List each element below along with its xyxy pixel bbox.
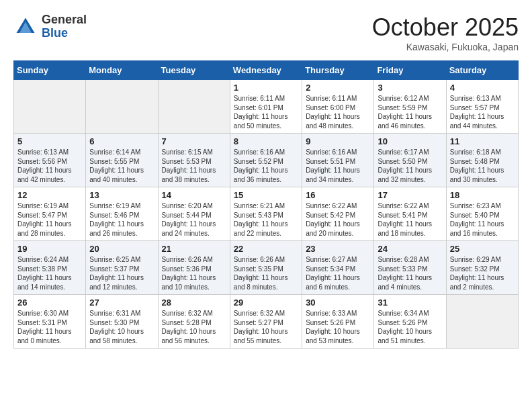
calendar-week-row: 19Sunrise: 6:24 AM Sunset: 5:38 PM Dayli… — [14, 241, 519, 295]
day-number: 14 — [162, 190, 226, 200]
calendar-cell: 18Sunrise: 6:23 AM Sunset: 5:40 PM Dayli… — [446, 187, 518, 241]
calendar-cell: 3Sunrise: 6:12 AM Sunset: 5:59 PM Daylig… — [374, 80, 446, 134]
day-info: Sunrise: 6:25 AM Sunset: 5:37 PM Dayligh… — [89, 255, 154, 291]
calendar-cell: 23Sunrise: 6:27 AM Sunset: 5:34 PM Dayli… — [302, 241, 374, 295]
day-number: 12 — [17, 190, 82, 200]
calendar-cell: 4Sunrise: 6:13 AM Sunset: 5:57 PM Daylig… — [446, 80, 518, 134]
calendar-week-row: 5Sunrise: 6:13 AM Sunset: 5:56 PM Daylig… — [14, 134, 519, 187]
day-info: Sunrise: 6:26 AM Sunset: 5:35 PM Dayligh… — [234, 255, 298, 291]
day-number: 23 — [306, 244, 370, 254]
day-number: 28 — [162, 298, 226, 308]
logo-general: General — [42, 13, 87, 27]
day-number: 27 — [89, 298, 154, 308]
calendar-week-row: 1Sunrise: 6:11 AM Sunset: 6:01 PM Daylig… — [14, 80, 519, 134]
day-number: 20 — [89, 244, 154, 254]
day-info: Sunrise: 6:30 AM Sunset: 5:31 PM Dayligh… — [17, 309, 82, 345]
page-header: General Blue October 2025 Kawasaki, Fuku… — [13, 13, 519, 52]
day-number: 26 — [17, 298, 82, 308]
day-info: Sunrise: 6:32 AM Sunset: 5:28 PM Dayligh… — [162, 309, 226, 345]
day-info: Sunrise: 6:34 AM Sunset: 5:26 PM Dayligh… — [378, 309, 442, 345]
day-info: Sunrise: 6:20 AM Sunset: 5:44 PM Dayligh… — [162, 201, 226, 238]
day-number: 21 — [162, 244, 226, 254]
weekday-header: Thursday — [302, 61, 374, 80]
day-number: 17 — [378, 190, 442, 200]
day-number: 7 — [162, 136, 226, 146]
calendar-cell: 17Sunrise: 6:22 AM Sunset: 5:41 PM Dayli… — [374, 187, 446, 241]
day-info: Sunrise: 6:17 AM Sunset: 5:50 PM Dayligh… — [378, 148, 442, 184]
calendar-cell: 10Sunrise: 6:17 AM Sunset: 5:50 PM Dayli… — [374, 134, 446, 187]
day-number: 3 — [378, 83, 442, 93]
day-info: Sunrise: 6:26 AM Sunset: 5:36 PM Dayligh… — [162, 255, 226, 291]
calendar-cell: 27Sunrise: 6:31 AM Sunset: 5:30 PM Dayli… — [86, 295, 158, 349]
day-number: 24 — [378, 244, 442, 254]
day-number: 1 — [234, 83, 298, 93]
day-info: Sunrise: 6:22 AM Sunset: 5:42 PM Dayligh… — [306, 201, 370, 238]
day-number: 31 — [378, 298, 442, 308]
day-info: Sunrise: 6:28 AM Sunset: 5:33 PM Dayligh… — [378, 255, 442, 291]
logo-text: General Blue — [42, 13, 87, 40]
day-info: Sunrise: 6:16 AM Sunset: 5:52 PM Dayligh… — [234, 148, 298, 184]
day-number: 25 — [450, 244, 515, 254]
calendar-cell: 13Sunrise: 6:19 AM Sunset: 5:46 PM Dayli… — [86, 187, 158, 241]
calendar-cell: 5Sunrise: 6:13 AM Sunset: 5:56 PM Daylig… — [14, 134, 86, 187]
weekday-header: Monday — [86, 61, 158, 80]
calendar-cell: 29Sunrise: 6:32 AM Sunset: 5:27 PM Dayli… — [230, 295, 302, 349]
day-info: Sunrise: 6:31 AM Sunset: 5:30 PM Dayligh… — [89, 309, 154, 345]
day-number: 16 — [306, 190, 370, 200]
day-info: Sunrise: 6:22 AM Sunset: 5:41 PM Dayligh… — [378, 201, 442, 238]
day-info: Sunrise: 6:13 AM Sunset: 5:56 PM Dayligh… — [17, 148, 82, 184]
day-number: 13 — [89, 190, 154, 200]
day-info: Sunrise: 6:19 AM Sunset: 5:47 PM Dayligh… — [17, 201, 82, 238]
calendar-cell: 30Sunrise: 6:33 AM Sunset: 5:26 PM Dayli… — [302, 295, 374, 349]
location: Kawasaki, Fukuoka, Japan — [372, 42, 519, 52]
calendar-cell: 26Sunrise: 6:30 AM Sunset: 5:31 PM Dayli… — [14, 295, 86, 349]
day-number: 2 — [306, 83, 370, 93]
day-info: Sunrise: 6:32 AM Sunset: 5:27 PM Dayligh… — [234, 309, 298, 345]
day-number: 18 — [450, 190, 515, 200]
day-number: 9 — [306, 136, 370, 146]
calendar-header-row: SundayMondayTuesdayWednesdayThursdayFrid… — [14, 61, 519, 80]
day-number: 11 — [450, 136, 515, 146]
calendar-cell: 19Sunrise: 6:24 AM Sunset: 5:38 PM Dayli… — [14, 241, 86, 295]
day-info: Sunrise: 6:24 AM Sunset: 5:38 PM Dayligh… — [17, 255, 82, 291]
day-info: Sunrise: 6:27 AM Sunset: 5:34 PM Dayligh… — [306, 255, 370, 291]
day-number: 29 — [234, 298, 298, 308]
day-number: 15 — [234, 190, 298, 200]
day-info: Sunrise: 6:15 AM Sunset: 5:53 PM Dayligh… — [162, 148, 226, 184]
logo-blue: Blue — [42, 27, 87, 40]
calendar-cell: 22Sunrise: 6:26 AM Sunset: 5:35 PM Dayli… — [230, 241, 302, 295]
day-info: Sunrise: 6:21 AM Sunset: 5:43 PM Dayligh… — [234, 201, 298, 238]
day-info: Sunrise: 6:13 AM Sunset: 5:57 PM Dayligh… — [450, 94, 515, 130]
calendar-cell — [86, 80, 158, 134]
weekday-header: Saturday — [446, 61, 518, 80]
day-info: Sunrise: 6:23 AM Sunset: 5:40 PM Dayligh… — [450, 201, 515, 238]
calendar-cell: 1Sunrise: 6:11 AM Sunset: 6:01 PM Daylig… — [230, 80, 302, 134]
calendar-cell: 12Sunrise: 6:19 AM Sunset: 5:47 PM Dayli… — [14, 187, 86, 241]
day-number: 22 — [234, 244, 298, 254]
day-number: 30 — [306, 298, 370, 308]
day-number: 6 — [89, 136, 154, 146]
day-info: Sunrise: 6:19 AM Sunset: 5:46 PM Dayligh… — [89, 201, 154, 238]
calendar-cell: 20Sunrise: 6:25 AM Sunset: 5:37 PM Dayli… — [86, 241, 158, 295]
calendar-cell: 7Sunrise: 6:15 AM Sunset: 5:53 PM Daylig… — [158, 134, 230, 187]
day-number: 19 — [17, 244, 82, 254]
calendar-cell — [14, 80, 86, 134]
calendar-cell — [158, 80, 230, 134]
day-info: Sunrise: 6:11 AM Sunset: 6:01 PM Dayligh… — [234, 94, 298, 130]
calendar-cell: 6Sunrise: 6:14 AM Sunset: 5:55 PM Daylig… — [86, 134, 158, 187]
day-info: Sunrise: 6:16 AM Sunset: 5:51 PM Dayligh… — [306, 148, 370, 184]
weekday-header: Friday — [374, 61, 446, 80]
month-title: October 2025 — [372, 13, 519, 42]
weekday-header: Sunday — [14, 61, 86, 80]
day-info: Sunrise: 6:11 AM Sunset: 6:00 PM Dayligh… — [306, 94, 370, 130]
calendar-cell: 9Sunrise: 6:16 AM Sunset: 5:51 PM Daylig… — [302, 134, 374, 187]
calendar-cell: 24Sunrise: 6:28 AM Sunset: 5:33 PM Dayli… — [374, 241, 446, 295]
title-area: October 2025 Kawasaki, Fukuoka, Japan — [372, 13, 519, 52]
logo-icon — [13, 15, 38, 39]
calendar-cell — [446, 295, 518, 349]
logo: General Blue — [13, 13, 87, 40]
calendar-cell: 25Sunrise: 6:29 AM Sunset: 5:32 PM Dayli… — [446, 241, 518, 295]
day-info: Sunrise: 6:12 AM Sunset: 5:59 PM Dayligh… — [378, 94, 442, 130]
day-info: Sunrise: 6:18 AM Sunset: 5:48 PM Dayligh… — [450, 148, 515, 184]
day-number: 10 — [378, 136, 442, 146]
